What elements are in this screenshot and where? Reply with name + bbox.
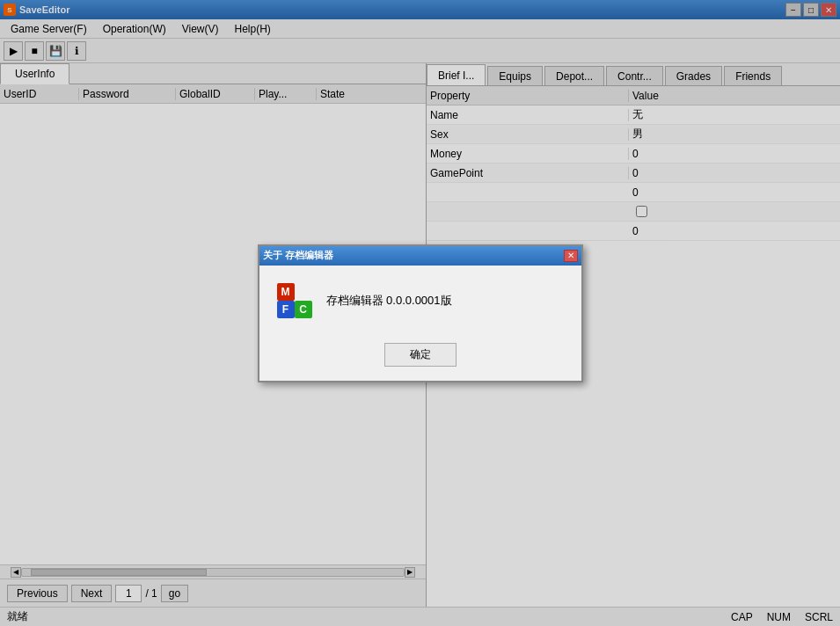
modal-close-button[interactable]: ✕	[564, 250, 578, 262]
modal-title: 关于 存档编辑器	[263, 249, 333, 262]
modal-body: M F C 存档编辑器 0.0.0.0001版	[259, 266, 581, 336]
icon-f: F	[277, 301, 295, 318]
icon-c: C	[295, 301, 312, 318]
modal-message: 存档编辑器 0.0.0.0001版	[326, 293, 452, 309]
modal-dialog: 关于 存档编辑器 ✕ M F C 存档编辑器 0.0.0.0001版 确定	[258, 244, 583, 382]
modal-ok-button[interactable]: 确定	[384, 343, 457, 367]
modal-app-icon: M F C	[277, 283, 312, 318]
modal-title-bar: 关于 存档编辑器 ✕	[259, 246, 581, 266]
icon-m: M	[277, 283, 295, 301]
modal-footer: 确定	[259, 336, 581, 381]
modal-overlay: 关于 存档编辑器 ✕ M F C 存档编辑器 0.0.0.0001版 确定	[0, 0, 840, 626]
